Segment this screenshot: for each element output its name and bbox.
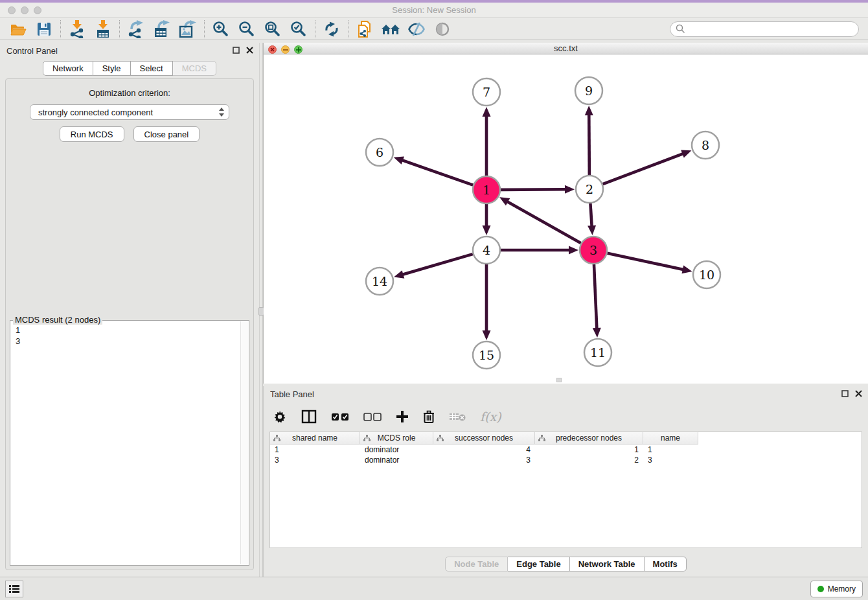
edge-4-15[interactable] <box>483 264 491 340</box>
table-cell[interactable]: 3 <box>643 455 698 465</box>
export-image-button[interactable] <box>175 19 201 39</box>
deselect-all-button[interactable] <box>363 413 382 421</box>
table-cell[interactable]: 2 <box>535 455 643 465</box>
edge-1-7[interactable] <box>483 107 491 176</box>
close-panel-button[interactable] <box>246 46 254 54</box>
edge-4-14[interactable] <box>394 254 473 278</box>
table-cell[interactable]: 1 <box>270 444 360 455</box>
node-table[interactable]: shared nameMCDS rolesuccessor nodesprede… <box>269 432 862 548</box>
edge-3-10[interactable] <box>607 253 692 274</box>
node-3[interactable]: 3 <box>580 237 607 264</box>
zoom-in-button[interactable] <box>208 19 234 39</box>
delete-column-button[interactable] <box>423 410 435 424</box>
close-table-panel-button[interactable] <box>854 389 863 398</box>
column-header-successor-nodes[interactable]: successor nodes <box>433 432 535 444</box>
open-session-button[interactable] <box>5 19 31 39</box>
canvas-scroll-handle[interactable] <box>556 378 562 382</box>
zoom-out-button[interactable] <box>234 19 260 39</box>
maximize-window-button[interactable] <box>34 6 41 14</box>
clone-network-button[interactable] <box>352 19 378 39</box>
zoom-selected-button[interactable] <box>286 19 312 39</box>
tab-edge-table[interactable]: Edge Table <box>508 557 569 571</box>
memory-button[interactable]: Memory <box>810 581 863 597</box>
export-table-button[interactable] <box>149 19 175 39</box>
node-11[interactable]: 11 <box>584 339 611 366</box>
edge-2-3[interactable] <box>588 203 596 235</box>
table-cell[interactable]: 3 <box>270 455 360 465</box>
maximize-view-button[interactable] <box>294 45 303 54</box>
tab-motifs[interactable]: Motifs <box>645 557 687 571</box>
minimize-window-button[interactable] <box>21 6 29 14</box>
node-4[interactable]: 4 <box>473 237 500 264</box>
table-row[interactable]: 1dominator411 <box>270 444 862 455</box>
delete-table-button-disabled <box>449 411 466 422</box>
table-cell[interactable]: 4 <box>433 444 535 455</box>
edge-2-9[interactable] <box>585 106 593 175</box>
first-neighbors-button[interactable] <box>378 19 404 39</box>
column-view-button[interactable] <box>301 410 317 424</box>
table-cell[interactable]: dominator <box>360 444 433 455</box>
table-cell[interactable]: dominator <box>360 455 433 465</box>
task-history-button[interactable] <box>5 581 23 597</box>
table-cell[interactable]: 3 <box>433 455 535 465</box>
export-image-icon <box>179 20 197 38</box>
save-session-button[interactable] <box>31 19 57 39</box>
edge-1-4[interactable] <box>483 204 491 235</box>
settings-gear-button[interactable] <box>273 410 287 424</box>
network-canvas[interactable]: 7968124314101511 <box>264 54 868 384</box>
refresh-view-button[interactable] <box>319 19 345 39</box>
tab-network[interactable]: Network <box>43 61 93 76</box>
tab-select[interactable]: Select <box>131 61 173 76</box>
tab-mcds[interactable]: MCDS <box>173 61 216 76</box>
main-area: Control Panel NetworkStyleSelectMCDS Opt… <box>0 40 868 577</box>
close-window-button[interactable] <box>8 6 16 14</box>
hierarchy-icon <box>273 435 280 442</box>
edge-1-6[interactable] <box>394 156 474 185</box>
tab-style[interactable]: Style <box>93 61 131 76</box>
tab-node-table[interactable]: Node Table <box>445 557 508 571</box>
app-window: Session: New Session <box>0 0 868 600</box>
edge-4-3[interactable] <box>501 246 578 255</box>
node-2[interactable]: 2 <box>576 176 603 203</box>
table-cell[interactable]: 1 <box>535 444 643 455</box>
float-panel-button[interactable] <box>232 46 240 54</box>
criterion-dropdown[interactable]: strongly connected component <box>30 104 229 120</box>
column-header-shared-name[interactable]: shared name <box>270 432 360 444</box>
column-header-name[interactable]: name <box>643 432 698 444</box>
import-table-button[interactable] <box>90 19 116 39</box>
run-mcds-button[interactable]: Run MCDS <box>60 126 124 142</box>
mcds-result-lines: 13 <box>10 321 249 348</box>
edge-2-8[interactable] <box>603 150 692 184</box>
eye-disabled-button[interactable] <box>429 19 455 39</box>
import-network-button[interactable] <box>64 19 90 39</box>
close-panel-button-mcds[interactable]: Close panel <box>133 126 200 142</box>
node-7[interactable]: 7 <box>473 78 500 106</box>
node-9[interactable]: 9 <box>575 77 602 104</box>
table-row[interactable]: 3dominator323 <box>270 455 862 465</box>
result-scrollbar[interactable] <box>240 321 248 564</box>
edge-3-1[interactable] <box>499 197 581 243</box>
search-input[interactable] <box>689 25 853 34</box>
edge-3-11[interactable] <box>593 264 601 338</box>
node-6[interactable]: 6 <box>366 139 393 166</box>
table-cell[interactable]: 1 <box>643 444 698 455</box>
edge-1-2[interactable] <box>501 185 575 194</box>
float-table-panel-button[interactable] <box>841 389 849 398</box>
show-hide-graphics-button[interactable] <box>404 19 429 39</box>
add-column-button[interactable] <box>396 410 409 423</box>
minimize-view-button[interactable] <box>281 45 290 54</box>
export-network-button[interactable] <box>123 19 149 39</box>
node-1[interactable]: 1 <box>473 176 500 203</box>
select-all-button[interactable] <box>331 413 349 421</box>
node-14[interactable]: 14 <box>366 268 393 295</box>
node-10[interactable]: 10 <box>693 261 720 288</box>
zoom-fit-button[interactable] <box>260 19 286 39</box>
network-view-window: scc.txt 7968124314101511 <box>263 43 868 384</box>
close-view-button[interactable] <box>268 45 277 54</box>
search-box[interactable] <box>670 21 859 37</box>
column-header-MCDS-role[interactable]: MCDS role <box>360 432 433 444</box>
column-header-predecessor-nodes[interactable]: predecessor nodes <box>535 432 643 444</box>
node-8[interactable]: 8 <box>692 132 719 159</box>
tab-network-table[interactable]: Network Table <box>570 557 645 571</box>
node-15[interactable]: 15 <box>473 341 500 369</box>
